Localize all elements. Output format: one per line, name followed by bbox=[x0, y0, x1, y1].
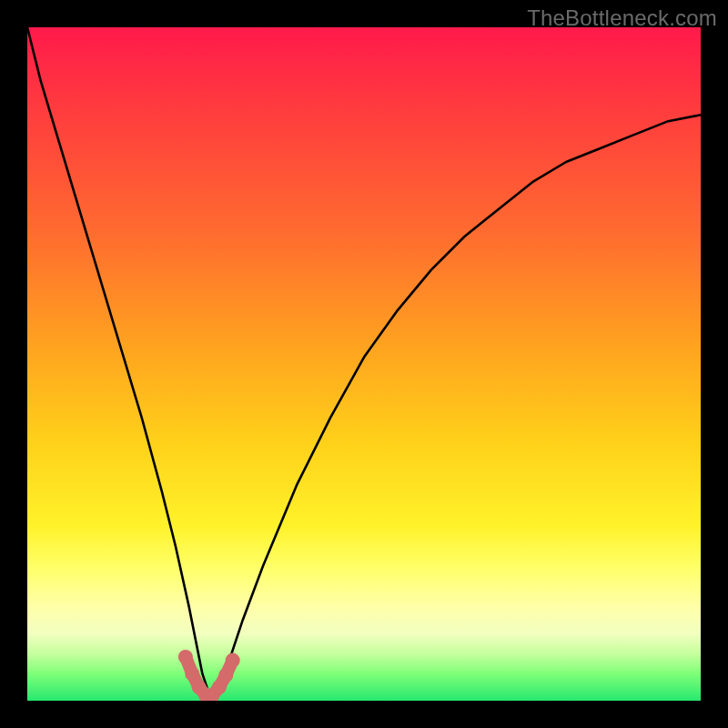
optimal-region-marker bbox=[185, 666, 199, 681]
chart-frame: TheBottleneck.com bbox=[0, 0, 728, 728]
bottleneck-curve bbox=[27, 27, 701, 694]
optimal-region-marker bbox=[178, 650, 193, 664]
optimal-region-marker bbox=[218, 668, 233, 682]
bottleneck-chart bbox=[27, 27, 701, 701]
optimal-region-markers bbox=[178, 650, 240, 701]
optimal-region-marker bbox=[226, 653, 240, 668]
watermark-text: TheBottleneck.com bbox=[527, 5, 717, 31]
chart-plot-area bbox=[27, 27, 701, 701]
